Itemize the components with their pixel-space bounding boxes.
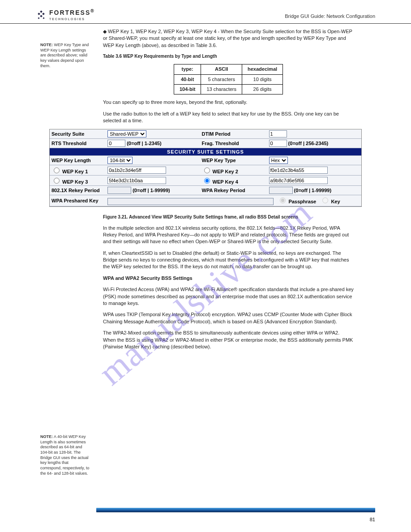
rts-threshold-input[interactable] [107,140,125,147]
dtim-period-label: DTIM Period [200,129,267,139]
brand-logo-text: FORTRESS® TECHNOLOGIES [49,9,94,21]
header-breadcrumb: Bridge GUI Guide: Network Configuration [285,13,375,19]
wep-key-length-label: WEP Key Length [50,155,106,165]
wep-key-length-select[interactable]: 104-bit [107,157,133,164]
frag-threshold-hint: (0=off | 256-2345) [288,141,329,146]
rts-threshold-label: RTS Threshold [50,138,106,148]
page-number: 81 [370,517,375,522]
section-header: SECURITY SUITE SETTINGS [50,148,361,155]
wpa-psk-input [107,198,274,205]
frag-threshold-label: Frag. Threshold [200,138,267,148]
wep-key-type-label: WEP Key Type [200,155,267,165]
body-text: WPA uses TKIP (Temporal Key Integrity Pr… [103,311,354,325]
wep-key-requirements-table: type: ASCII hexadecimal 40-bit 5 charact… [174,64,283,94]
wep-key-1-radio[interactable] [54,167,60,173]
body-text: The WPA2-Mixed option permits the BSS to… [103,330,354,350]
security-suite-form-screenshot: Security Suite Shared-WEP DTIM Period RT… [49,129,362,207]
table-caption: Table 3.6 WEP Key Requirements by Type a… [103,53,354,60]
fortress-diamond-icon [36,10,47,21]
wep-key-3-radio[interactable] [54,178,60,184]
security-suite-select[interactable]: Shared-WEP [107,130,146,137]
frag-threshold-input[interactable] [269,140,287,147]
body-text: You can specify up to three more keys, b… [103,99,354,106]
wep-key-4-radio[interactable] [204,178,210,184]
svg-rect-4 [38,17,39,19]
margin-note-2: NOTE: A 40-bit WEP Key Length is also so… [40,434,90,476]
wep-key-2-label: WEP Key 2 [213,169,238,174]
svg-rect-3 [40,15,43,17]
wep-key-2-radio[interactable] [204,167,210,173]
svg-rect-5 [43,17,44,19]
figure-caption: Figure 3.21. Advanced View WEP Security … [103,214,354,220]
wpa-rekey-label: WPA Rekey Period [200,185,267,195]
svg-rect-2 [42,13,45,15]
wep-key-4-input[interactable] [269,177,328,184]
security-suite-label: Security Suite [50,129,106,139]
8021x-rekey-hint: (0=off | 1-99999) [133,188,170,193]
psk-key-radio [322,197,328,203]
wep-key-3-input[interactable] [107,177,166,184]
body-text: Wi-Fi Protected Access (WPA) and WPA2 ar… [103,286,354,307]
wep-key-1-label: WEP Key 1 [62,169,88,174]
wep-key-1-input[interactable] [107,167,166,174]
8021x-rekey-input [107,187,131,194]
wep-key-3-label: WEP Key 3 [62,179,88,184]
margin-note-1: NOTE: WEP Key Type and WEP Key Length se… [40,43,90,69]
psk-passphrase-label: Passphrase [288,199,316,204]
wep-key-type-select[interactable]: Hex [269,157,288,164]
page-header: FORTRESS® TECHNOLOGIES Bridge GUI Guide:… [0,0,411,24]
body-text: If, when CleartextSSID is set to Disable… [103,250,354,270]
wep-key-4-label: WEP Key 4 [213,179,238,184]
svg-rect-0 [40,10,43,13]
body-text: ◆ WEP Key 1, WEP Key 2, WEP Key 3, WEP K… [103,28,354,49]
psk-passphrase-radio [280,197,286,203]
dtim-period-input[interactable] [269,130,287,137]
wpa-rekey-input [269,187,293,194]
wep-key-2-input[interactable] [269,167,328,174]
footer-decorative-bar [96,508,375,512]
body-text: In the multiple selection and 802.1X wir… [103,225,354,245]
rts-threshold-hint: (0=off | 1-2345) [127,141,161,146]
body-text: Use the radio button to the left of a WE… [103,111,354,124]
wpa-psk-label: WPA Preshared Key [50,195,106,206]
section-heading: WPA and WPA2 Security BSS Settings [103,275,354,282]
wpa-rekey-hint: (0=off | 1-99999) [294,188,331,193]
psk-key-label: Key [331,199,340,204]
svg-rect-1 [38,13,40,15]
8021x-rekey-label: 802.1X Rekey Period [50,185,106,195]
